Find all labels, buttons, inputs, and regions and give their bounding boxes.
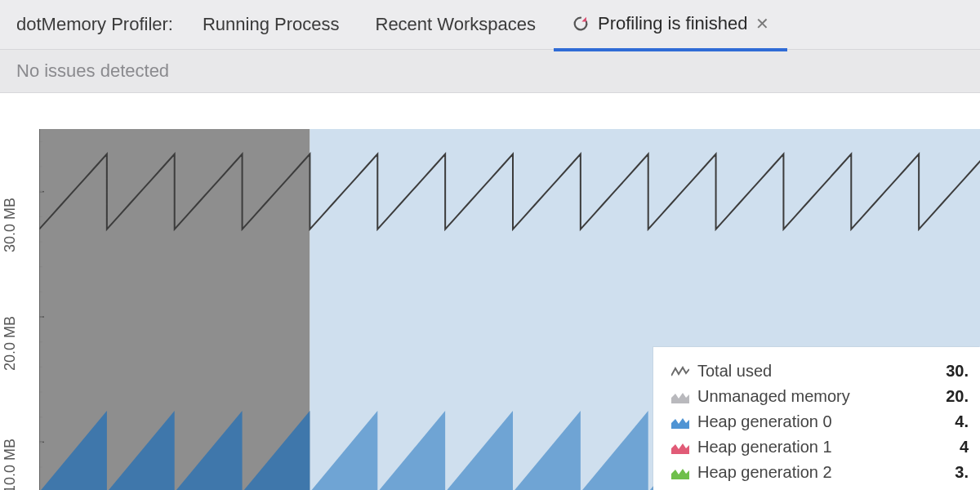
area-icon (671, 390, 689, 403)
tab-recent-workspaces[interactable]: Recent Workspaces (358, 0, 554, 49)
legend-item-heap-gen0[interactable]: Heap generation 0 4. (671, 409, 969, 434)
y-axis-tick-label: 10.0 MB (2, 439, 19, 490)
area-icon (671, 416, 689, 429)
legend-value: 20. (946, 387, 969, 406)
tab-label: Profiling is finished (598, 13, 747, 34)
svg-marker-24 (671, 469, 689, 479)
legend-label: Heap generation 2 (697, 463, 832, 482)
legend-label: Unmanaged memory (697, 387, 850, 406)
status-text: No issues detected (16, 60, 169, 82)
legend-value: 30. (946, 362, 969, 381)
svg-marker-23 (671, 443, 689, 454)
line-icon (671, 365, 689, 378)
legend-item-unmanaged[interactable]: Unmanaged memory 20. (671, 384, 969, 409)
app-title: dotMemory Profiler: (8, 14, 185, 35)
legend-label: Heap generation 0 (697, 412, 832, 431)
y-axis-tick-label: 20.0 MB (2, 316, 19, 371)
tab-label: Recent Workspaces (376, 14, 536, 35)
tab-label: Running Process (203, 14, 340, 35)
legend-value: 4. (955, 412, 969, 431)
tab-profiling-finished[interactable]: Profiling is finished ✕ (554, 0, 787, 51)
legend-value: 4 (960, 438, 969, 457)
svg-marker-21 (671, 393, 689, 403)
memory-timeline-chart[interactable]: 10.0 MB 20.0 MB 30.0 MB Total used 30. U… (0, 93, 980, 490)
legend-label: Total used (697, 362, 772, 381)
close-icon[interactable]: ✕ (755, 16, 769, 32)
tab-running-process[interactable]: Running Process (185, 0, 358, 49)
svg-marker-22 (671, 418, 689, 429)
legend-value: 3. (955, 463, 969, 482)
status-bar: No issues detected (0, 50, 980, 93)
legend-item-heap-gen2[interactable]: Heap generation 2 3. (671, 460, 969, 485)
area-icon (671, 441, 689, 454)
area-icon (671, 466, 689, 479)
legend-panel: Total used 30. Unmanaged memory 20. Heap… (653, 347, 980, 490)
legend-item-heap-gen1[interactable]: Heap generation 1 4 (671, 434, 969, 460)
refresh-icon (572, 15, 590, 33)
tab-bar: dotMemory Profiler: Running Process Rece… (0, 0, 980, 50)
legend-item-total-used[interactable]: Total used 30. (671, 359, 969, 384)
y-axis-tick-label: 30.0 MB (2, 198, 19, 252)
legend-label: Heap generation 1 (697, 438, 832, 457)
